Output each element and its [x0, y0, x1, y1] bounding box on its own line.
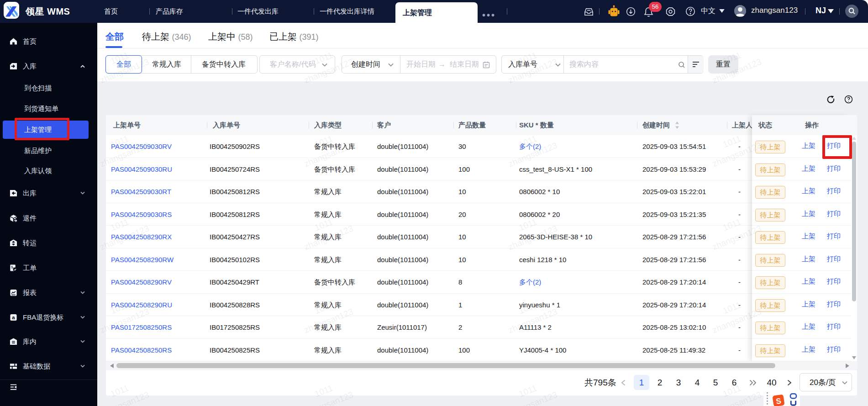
svg-text:a: a: [12, 315, 15, 320]
